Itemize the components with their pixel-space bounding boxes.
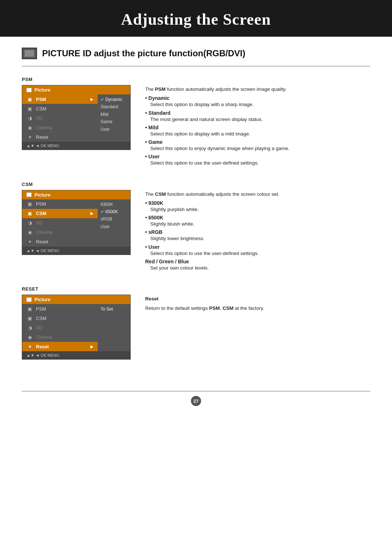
psm-sub-mild: Mild	[101, 111, 127, 118]
reset-row-arrow: ▶	[90, 344, 93, 349]
psm-menu-titlebar: Picture	[22, 85, 130, 94]
reset-row-cinema: ◉ Cinema	[22, 332, 98, 342]
csm-row-icon: ▣	[26, 105, 33, 112]
page-title: Adjusting the Screen	[0, 10, 392, 29]
csm-row-csm[interactable]: ▣ CSM ▶	[22, 209, 98, 218]
psm-row-arrow: ▶	[90, 97, 93, 102]
csm-sub-srgb: sRGB	[101, 215, 127, 223]
reset-description: Reset Return to the default settings PSM…	[145, 295, 370, 315]
reset-row-label: Reset	[36, 134, 93, 140]
reset-cinema-label: Cinema	[36, 335, 93, 340]
reset-submenu: To Set	[98, 304, 130, 351]
reset-psm-icon: ▣	[26, 305, 33, 312]
csm-xd-icon: ◑	[26, 220, 33, 226]
csm-menu-titlebar: Picture	[22, 190, 130, 199]
csm-bullet-rgb: Red / Green / Blue Set your own colour l…	[145, 259, 370, 272]
reset-menu-ui: Picture ▣ PSM ▣ CSM ◑	[22, 295, 131, 360]
psm-row-reset[interactable]: ✦ Reset	[22, 132, 98, 142]
csm-nav-text: ▲▼ ◄ OK MENU	[26, 248, 59, 253]
psm-bullet-dynamic: • Dynamic Select this option to display …	[145, 95, 370, 108]
xd-row-label: XD	[36, 116, 93, 121]
csm-csm-label: CSM	[36, 211, 89, 216]
csm-row-arrow: ▶	[90, 211, 93, 216]
reset-row-csm[interactable]: ▣ CSM	[22, 313, 98, 323]
reset-xd-icon: ◑	[26, 324, 33, 331]
psm-row-psm[interactable]: ▣ PSM ▶	[22, 94, 98, 104]
csm-reset-icon: ✦	[26, 239, 33, 245]
csm-psm-label: PSM	[36, 201, 93, 207]
csm-row-label: CSM	[36, 106, 93, 112]
psm-content: Picture ▣ PSM ▶ ▣ CSM	[22, 85, 370, 169]
reset-menu-titlebar: Picture	[22, 295, 130, 304]
psm-menu-title: Picture	[34, 87, 50, 93]
reset-row-xd: ◑ XD	[22, 323, 98, 332]
reset-csm-icon: ▣	[26, 315, 33, 321]
psm-row-icon: ▣	[26, 96, 33, 102]
xd-row-icon: ◑	[26, 115, 33, 121]
psm-menu-rows: ▣ PSM ▶ ▣ CSM ◑ XD ◉	[22, 94, 130, 142]
csm-picture-icon	[26, 193, 32, 197]
csm-desc-intro: The CSM function automatically adjusts t…	[145, 191, 370, 198]
psm-row-csm[interactable]: ▣ CSM	[22, 104, 98, 113]
psm-bullet-mild: • Mild Select this option to display wit…	[145, 125, 370, 138]
reset-menu-title: Picture	[34, 297, 50, 302]
psm-left-col: ▣ PSM ▶ ▣ CSM ◑ XD ◉	[22, 94, 98, 142]
reset-row-icon: ✦	[26, 134, 33, 140]
reset-content: Picture ▣ PSM ▣ CSM ◑	[22, 295, 370, 360]
psm-row-xd: ◑ XD	[22, 113, 98, 123]
csm-menu-ui: Picture ▣ PSM ▣ CSM ▶	[22, 190, 131, 255]
reset-desc-title: Reset	[145, 295, 370, 303]
csm-submenu: 9300K ✓ 6500K sRGB User	[98, 199, 130, 247]
section-icon	[22, 48, 37, 59]
reset-label: RESET	[22, 286, 370, 292]
csm-bullet-user: • User Select this option to use the use…	[145, 244, 370, 257]
reset-left-col: ▣ PSM ▣ CSM ◑ XD ◉ Cinem	[22, 304, 98, 351]
csm-bullet-6500: • 6500K Slightly bluish white.	[145, 215, 370, 228]
reset-nav-text: ▲▼ ◄ OK MENU	[26, 353, 59, 357]
csm-sub-9300: 9300K	[101, 201, 127, 208]
csm-section: CSM Picture ▣ PSM ▣ CSM	[22, 182, 370, 274]
section-divider	[22, 66, 370, 66]
reset-row-psm[interactable]: ▣ PSM	[22, 304, 98, 313]
reset-menu-rows: ▣ PSM ▣ CSM ◑ XD ◉ Cinem	[22, 304, 130, 351]
psm-submenu: ✓ Dynamic Standard Mild Game User	[98, 94, 130, 142]
csm-label: CSM	[22, 182, 370, 187]
csm-row-psm[interactable]: ▣ PSM	[22, 199, 98, 209]
reset-reset-label: Reset	[36, 344, 89, 349]
psm-sub-game: Game	[101, 118, 127, 125]
psm-menu-ui: Picture ▣ PSM ▶ ▣ CSM	[22, 85, 131, 150]
reset-reset-icon: ✦	[26, 343, 33, 350]
reset-section: RESET Picture ▣ PSM ▣ CSM	[22, 286, 370, 360]
csm-row-cinema: ◉ Cinema	[22, 228, 98, 237]
csm-menu-rows: ▣ PSM ▣ CSM ▶ ◑ XD ◉	[22, 199, 130, 247]
psm-bullet-user: • User Select this option to use the use…	[145, 154, 370, 167]
psm-desc-intro: The PSM function automatically adjusts t…	[145, 86, 370, 93]
psm-row-cinema: ◉ Cinema	[22, 123, 98, 132]
cinema-row-label: Cinema	[36, 125, 93, 130]
reset-cinema-icon: ◉	[26, 334, 33, 340]
reset-nav-bar: ▲▼ ◄ OK MENU	[22, 351, 130, 359]
picture-icon	[26, 88, 32, 92]
csm-nav-bar: ▲▼ ◄ OK MENU	[22, 247, 130, 255]
csm-cinema-icon: ◉	[26, 229, 33, 236]
csm-psm-icon: ▣	[26, 201, 33, 207]
page-number: 27	[191, 396, 201, 406]
csm-content: Picture ▣ PSM ▣ CSM ▶	[22, 190, 370, 274]
csm-bullet-9300: • 9300K Slightly purplish white.	[145, 200, 370, 213]
psm-section: PSM Picture ▣ PSM ▶ ▣	[22, 77, 370, 169]
psm-nav-bar: ▲▼ ◄ OK MENU	[22, 142, 130, 150]
csm-row-reset[interactable]: ✦ Reset	[22, 237, 98, 247]
csm-csm-icon: ▣	[26, 210, 33, 217]
csm-row-xd: ◑ XD	[22, 218, 98, 228]
section-title-block: PICTURE ID adjust the picture function(R…	[22, 48, 370, 59]
monitor-icon	[24, 50, 34, 57]
reset-psm-label: PSM	[36, 306, 93, 312]
psm-bullet-standard: • Standard The most general and natural …	[145, 110, 370, 123]
cinema-row-icon: ◉	[26, 124, 33, 131]
csm-sub-6500: ✓ 6500K	[101, 208, 127, 215]
section-heading: PICTURE ID adjust the picture function(R…	[42, 48, 245, 58]
csm-xd-label: XD	[36, 220, 93, 226]
page-footer: 27	[22, 391, 370, 406]
psm-sub-standard: Standard	[101, 103, 127, 110]
reset-row-reset[interactable]: ✦ Reset ▶	[22, 342, 98, 351]
